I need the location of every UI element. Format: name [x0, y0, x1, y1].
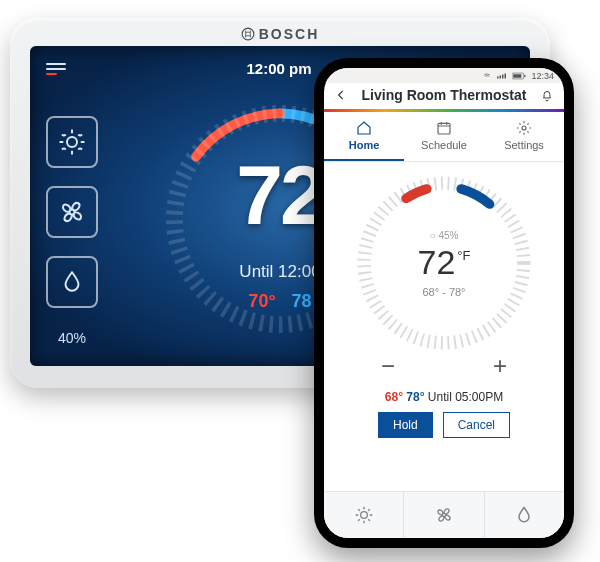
phone-range: 68° - 78° [349, 286, 539, 298]
increase-button[interactable]: + [493, 352, 507, 380]
svg-point-15 [360, 512, 367, 519]
svg-rect-7 [502, 75, 504, 79]
svg-rect-5 [497, 77, 499, 79]
svg-rect-11 [514, 74, 522, 78]
bottom-toolbar [324, 491, 564, 538]
phone-temperature-dial[interactable]: ○ 45% 72°F 68° - 78° − + [324, 162, 564, 380]
status-time: 12:34 [531, 71, 554, 81]
brand-label: BOSCH [30, 26, 530, 46]
bottom-mode-icon[interactable] [324, 492, 404, 538]
phone-mockup: 12:34 Living Room Thermostat Home Schedu… [314, 58, 574, 548]
svg-rect-8 [505, 74, 507, 79]
tab-schedule[interactable]: Schedule [404, 112, 484, 161]
phone-humidity: ○ 45% [349, 230, 539, 241]
bosch-logo-icon [241, 27, 255, 41]
svg-point-13 [522, 126, 526, 130]
tab-settings[interactable]: Settings [484, 112, 564, 161]
hold-button[interactable]: Hold [378, 412, 433, 438]
cool-setpoint: 78 [292, 291, 312, 312]
hold-until-label: Until 12:00 [239, 262, 320, 282]
calendar-icon [436, 120, 452, 136]
cancel-button[interactable]: Cancel [443, 412, 510, 438]
schedule-until: Until 05:00PM [428, 390, 503, 404]
gear-icon [516, 120, 532, 136]
svg-point-2 [67, 137, 77, 147]
app-header: Living Room Thermostat [324, 83, 564, 109]
setpoint-range: 70° 78 [248, 291, 311, 312]
signal-icon [497, 72, 507, 80]
humidity-icon[interactable] [46, 256, 98, 308]
decrease-button[interactable]: − [381, 352, 395, 380]
phone-statusbar: 12:34 [324, 68, 564, 83]
mode-icon[interactable] [46, 116, 98, 168]
tab-bar: Home Schedule Settings [324, 112, 564, 162]
heat-setpoint: 70° [248, 291, 275, 312]
bottom-fan-icon[interactable] [404, 492, 484, 538]
menu-icon[interactable] [46, 63, 66, 75]
svg-rect-6 [500, 76, 502, 79]
schedule-cool: 78° [406, 390, 424, 404]
svg-point-16 [442, 513, 445, 516]
schedule-heat: 68° [385, 390, 403, 404]
svg-point-3 [70, 210, 75, 215]
screen-title: Living Room Thermostat [362, 87, 527, 103]
svg-point-0 [242, 28, 254, 40]
wifi-status-icon [482, 72, 492, 80]
current-temperature: 72 [236, 146, 323, 243]
svg-rect-12 [438, 123, 450, 134]
phone-screen: 12:34 Living Room Thermostat Home Schedu… [324, 68, 564, 538]
humidity-value: 40% [58, 330, 98, 346]
bell-icon[interactable] [540, 88, 554, 102]
action-buttons: Hold Cancel [324, 412, 564, 438]
home-icon [356, 120, 372, 136]
fan-icon[interactable] [46, 186, 98, 238]
clock: 12:00 pm [246, 60, 311, 77]
schedule-summary: 68° 78° Until 05:00PM [324, 390, 564, 404]
bottom-humidity-icon[interactable] [485, 492, 564, 538]
svg-rect-10 [525, 75, 526, 77]
phone-current-temperature: 72°F [349, 243, 539, 282]
battery-icon [512, 72, 526, 80]
mode-icon-column: 40% [46, 116, 98, 346]
back-icon[interactable] [334, 88, 348, 102]
tab-home[interactable]: Home [324, 112, 404, 161]
